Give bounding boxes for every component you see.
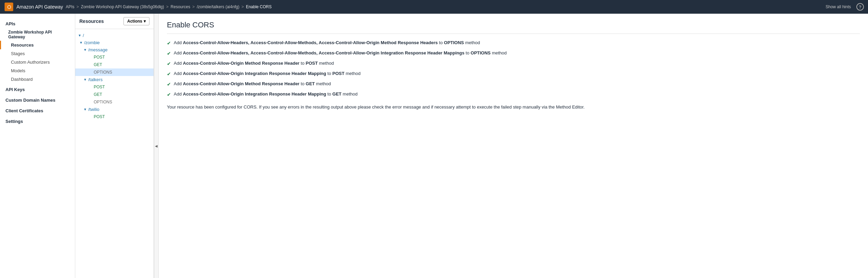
check-icon-4: ✔: [167, 71, 171, 78]
sidebar-section-settings: Settings: [0, 117, 75, 126]
tree-item-twilio[interactable]: ▼ /twilio: [75, 106, 154, 113]
breadcrumb-current: Enable CORS: [246, 4, 272, 9]
breadcrumb-sep-2: >: [166, 4, 169, 9]
check-icon-3: ✔: [167, 60, 171, 67]
sidebar-section-client-certs: Client Certificates: [0, 106, 75, 115]
cors-item-3: ✔ Add Access-Control-Allow-Origin Method…: [167, 60, 860, 67]
sidebar-title-client-certs[interactable]: Client Certificates: [0, 106, 75, 115]
check-icon-2: ✔: [167, 50, 171, 57]
breadcrumb-sep-1: >: [77, 4, 79, 9]
tree-item-talkers-get[interactable]: GET: [75, 91, 154, 98]
actions-label: Actions: [127, 19, 142, 24]
check-icon-1: ✔: [167, 40, 171, 47]
cors-item-2: ✔ Add Access-Control-Allow-Headers, Acce…: [167, 50, 860, 57]
cors-item-5: ✔ Add Access-Control-Allow-Origin Method…: [167, 80, 860, 88]
tree-arrow-talkers: ▼: [83, 78, 87, 81]
tree-arrow-zombie: ▼: [79, 41, 83, 45]
resource-panel-header: Resources Actions ▾: [75, 14, 154, 29]
cors-item-1: ✔ Add Access-Control-Allow-Headers, Acce…: [167, 39, 860, 47]
tree-arrow-message: ▼: [83, 48, 87, 52]
resource-panel-wrapper: Resources Actions ▾ ▼ / ▼ /zombie: [75, 14, 159, 278]
sidebar-item-custom-authorizers[interactable]: Custom Authorizers: [0, 58, 75, 66]
tree-method-label-talkers-options[interactable]: OPTIONS: [92, 99, 114, 105]
tree-method-label-talkers-get[interactable]: GET: [92, 91, 104, 98]
breadcrumb-gateway[interactable]: Zombie Workshop API Gateway (38s5g06dlg): [81, 4, 164, 9]
cors-item-6: ✔ Add Access-Control-Allow-Origin Integr…: [167, 91, 860, 98]
help-icon[interactable]: ?: [856, 3, 864, 11]
cors-text-3: Add Access-Control-Allow-Origin Method R…: [174, 60, 334, 67]
main-layout: APIs Zombie Workshop API Gateway Resourc…: [0, 14, 868, 278]
tree-item-zombie[interactable]: ▼ /zombie: [75, 39, 154, 46]
sidebar-title-api-keys[interactable]: API Keys: [0, 85, 75, 94]
check-icon-5: ✔: [167, 81, 171, 88]
breadcrumb-talkers[interactable]: /zombie/talkers (ai4nfg): [197, 4, 239, 9]
tree-label-message[interactable]: /message: [88, 47, 107, 52]
breadcrumb-apis[interactable]: APIs: [66, 4, 74, 9]
breadcrumb: APIs > Zombie Workshop API Gateway (38s5…: [66, 4, 823, 9]
tree-item-root[interactable]: ▼ /: [75, 32, 154, 39]
tree-item-talkers[interactable]: ▼ /talkers: [75, 76, 154, 83]
top-nav: ⬡ Amazon API Gateway APIs > Zombie Works…: [0, 0, 868, 14]
cors-text-1: Add Access-Control-Allow-Headers, Access…: [174, 39, 480, 46]
sidebar-title-custom-domain[interactable]: Custom Domain Names: [0, 96, 75, 105]
sidebar-title-settings[interactable]: Settings: [0, 117, 75, 126]
cors-text-2: Add Access-Control-Allow-Headers, Access…: [174, 50, 507, 56]
sidebar-item-resources[interactable]: Resources: [0, 41, 75, 49]
sidebar-title-apis[interactable]: APIs: [0, 19, 75, 28]
resource-panel-title: Resources: [79, 18, 104, 24]
content-panel: Enable CORS ✔ Add Access-Control-Allow-H…: [159, 14, 868, 278]
tree-item-talkers-options[interactable]: OPTIONS: [75, 98, 154, 106]
svg-text:⬡: ⬡: [7, 5, 11, 10]
tree-item-message-get[interactable]: GET: [75, 61, 154, 68]
cors-checklist: ✔ Add Access-Control-Allow-Headers, Acce…: [167, 39, 860, 98]
resource-panel: Resources Actions ▾ ▼ / ▼ /zombie: [75, 14, 154, 278]
tree-label-zombie[interactable]: /zombie: [84, 40, 100, 45]
tree-method-label-twilio-post[interactable]: POST: [92, 114, 107, 120]
sidebar-item-models[interactable]: Models: [0, 66, 75, 75]
tree-label-talkers[interactable]: /talkers: [88, 77, 103, 82]
dropdown-arrow-icon: ▾: [144, 19, 146, 24]
sidebar-section-custom-domain: Custom Domain Names: [0, 96, 75, 105]
tree-arrow-root: ▼: [78, 34, 81, 37]
cors-item-4: ✔ Add Access-Control-Allow-Origin Integr…: [167, 70, 860, 78]
tree-item-twilio-post[interactable]: POST: [75, 113, 154, 121]
tree-item-talkers-post[interactable]: POST: [75, 83, 154, 91]
cors-text-4: Add Access-Control-Allow-Origin Integrat…: [174, 70, 360, 77]
sidebar: APIs Zombie Workshop API Gateway Resourc…: [0, 14, 75, 278]
tree-method-label-message-get[interactable]: GET: [92, 62, 104, 68]
show-hints-button[interactable]: Show all hints: [826, 4, 851, 9]
aws-logo-icon: ⬡: [4, 2, 14, 12]
collapse-panel-handle[interactable]: ◀: [154, 14, 159, 278]
breadcrumb-sep-4: >: [241, 4, 244, 9]
tree-label-root[interactable]: /: [83, 33, 84, 38]
sidebar-item-dashboard[interactable]: Dashboard: [0, 75, 75, 84]
app-name: Amazon API Gateway: [16, 4, 63, 10]
actions-button[interactable]: Actions ▾: [123, 17, 149, 25]
tree-method-label-message-post[interactable]: POST: [92, 54, 107, 60]
tree-item-message[interactable]: ▼ /message: [75, 46, 154, 53]
tree-arrow-twilio: ▼: [83, 108, 87, 111]
tree-label-twilio[interactable]: /twilio: [88, 107, 100, 112]
cors-note: Your resource has been configured for CO…: [167, 104, 860, 111]
tree-method-label-talkers-post[interactable]: POST: [92, 84, 107, 90]
breadcrumb-resources[interactable]: Resources: [171, 4, 190, 9]
resource-tree: ▼ / ▼ /zombie ▼ /message POST GET: [75, 29, 154, 278]
tree-method-label-message-options[interactable]: OPTIONS: [92, 69, 114, 75]
tree-item-message-post[interactable]: POST: [75, 53, 154, 61]
sidebar-gateway-label[interactable]: Zombie Workshop API Gateway: [0, 28, 75, 41]
cors-text-5: Add Access-Control-Allow-Origin Method R…: [174, 80, 331, 87]
cors-text-6: Add Access-Control-Allow-Origin Integrat…: [174, 91, 357, 98]
page-title: Enable CORS: [167, 21, 860, 34]
check-icon-6: ✔: [167, 91, 171, 98]
tree-item-message-options[interactable]: OPTIONS: [75, 68, 154, 76]
sidebar-section-apis: APIs Zombie Workshop API Gateway Resourc…: [0, 19, 75, 84]
sidebar-item-stages[interactable]: Stages: [0, 49, 75, 58]
app-logo: ⬡ Amazon API Gateway: [4, 2, 63, 12]
breadcrumb-sep-3: >: [192, 4, 195, 9]
sidebar-section-api-keys: API Keys: [0, 85, 75, 94]
